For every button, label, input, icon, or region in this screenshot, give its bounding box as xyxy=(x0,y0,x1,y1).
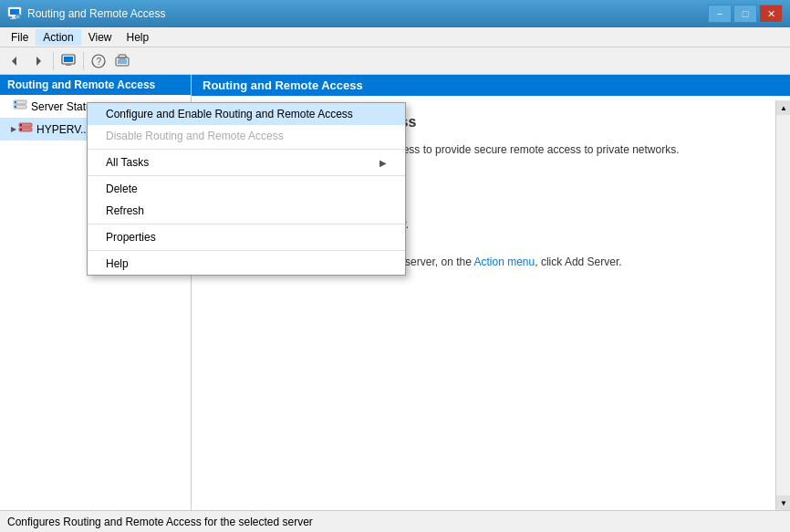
context-menu-separator-2 xyxy=(88,175,405,176)
toolbar: ? xyxy=(0,47,790,75)
svg-rect-23 xyxy=(20,129,22,130)
maximize-button[interactable]: □ xyxy=(733,5,757,23)
help-label: Help xyxy=(106,257,129,270)
help-button[interactable]: ? xyxy=(88,50,109,72)
sidebar-header: Routing and Remote Access xyxy=(0,75,191,95)
delete-label: Delete xyxy=(106,183,138,195)
all-tasks-label: All Tasks xyxy=(106,156,149,169)
disable-routing-label: Disable Routing and Remote Access xyxy=(106,130,284,142)
tree-expand-arrow: ▶ xyxy=(11,125,16,133)
svg-marker-7 xyxy=(36,57,41,66)
context-menu-delete[interactable]: Delete xyxy=(88,178,405,200)
scroll-up-button[interactable]: ▲ xyxy=(776,100,790,115)
minimize-button[interactable]: − xyxy=(708,5,732,23)
content-header: Routing and Remote Access xyxy=(192,75,790,96)
menu-action[interactable]: Action xyxy=(36,29,80,46)
title-bar-title: Routing and Remote Access xyxy=(27,7,165,20)
context-menu-separator-3 xyxy=(88,224,405,224)
menu-help[interactable]: Help xyxy=(120,29,157,46)
app-icon: R xyxy=(7,6,22,21)
configure-enable-label: Configure and Enable Routing and Remote … xyxy=(106,108,353,120)
context-menu-help[interactable]: Help xyxy=(88,253,405,275)
forward-button[interactable] xyxy=(27,50,49,72)
svg-rect-21 xyxy=(20,124,22,126)
server-status-icon xyxy=(13,98,27,115)
title-bar-controls: − □ ✕ xyxy=(708,5,783,23)
svg-text:R: R xyxy=(16,15,19,19)
context-menu-properties[interactable]: Properties xyxy=(88,226,405,248)
action-menu-link[interactable]: Action menu xyxy=(474,256,535,268)
menu-view[interactable]: View xyxy=(81,29,120,46)
menu-bar: File Action View Help xyxy=(0,27,790,47)
toolbar-separator-2 xyxy=(83,52,84,70)
hyperv-icon xyxy=(18,120,33,138)
svg-rect-17 xyxy=(15,101,16,103)
scrollbar[interactable]: ▲ ▼ xyxy=(775,100,790,510)
up-button[interactable] xyxy=(57,50,79,72)
properties-label: Properties xyxy=(106,231,156,244)
title-bar: R Routing and Remote Access − □ ✕ xyxy=(0,0,790,27)
sidebar-item-hyperv-label: HYPERV... xyxy=(36,123,89,136)
back-button[interactable] xyxy=(4,50,26,72)
mmc-button[interactable] xyxy=(111,50,133,72)
context-menu-refresh[interactable]: Refresh xyxy=(88,200,405,222)
svg-rect-9 xyxy=(64,57,73,62)
context-menu-all-tasks[interactable]: All Tasks ▶ xyxy=(88,151,405,173)
context-menu-separator-4 xyxy=(88,250,405,251)
menu-file[interactable]: File xyxy=(4,29,36,46)
refresh-label: Refresh xyxy=(106,204,144,217)
context-menu: Configure and Enable Routing and Remote … xyxy=(87,102,406,276)
status-text: Configures Routing and Remote Access for… xyxy=(7,516,313,528)
context-menu-configure-enable[interactable]: Configure and Enable Routing and Remote … xyxy=(88,103,405,125)
submenu-arrow-icon: ▶ xyxy=(379,158,387,168)
context-menu-disable-routing: Disable Routing and Remote Access xyxy=(88,125,405,147)
scroll-down-button[interactable]: ▼ xyxy=(776,495,790,510)
close-button[interactable]: ✕ xyxy=(759,5,783,23)
context-menu-separator-1 xyxy=(88,149,405,150)
status-bar: Configures Routing and Remote Access for… xyxy=(0,510,790,532)
svg-rect-19 xyxy=(15,106,16,108)
svg-text:?: ? xyxy=(97,57,102,67)
svg-rect-10 xyxy=(66,64,71,66)
svg-marker-6 xyxy=(12,57,16,66)
toolbar-separator-1 xyxy=(53,52,54,70)
svg-rect-14 xyxy=(118,59,127,64)
